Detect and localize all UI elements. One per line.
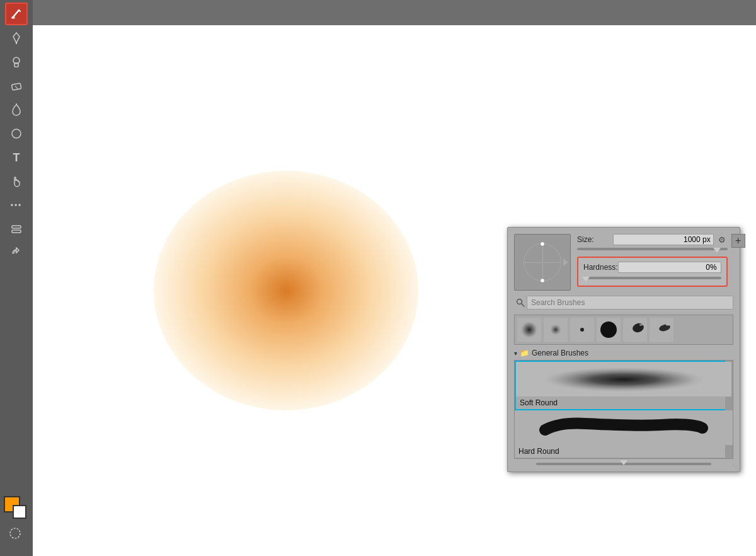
tool-more[interactable]: ••• xyxy=(5,194,28,217)
add-brush-button[interactable]: + xyxy=(731,234,745,248)
hardness-slider-track[interactable] xyxy=(583,277,721,279)
svg-text:✏: ✏ xyxy=(639,323,643,327)
preset-hard-large[interactable] xyxy=(597,318,621,342)
search-icon xyxy=(516,298,525,307)
soft-round-stroke-svg xyxy=(536,364,712,395)
svg-line-6 xyxy=(15,86,18,89)
svg-point-8 xyxy=(12,129,21,138)
brush-list-header: ▾ 📁 General Brushes xyxy=(514,349,733,357)
svg-rect-5 xyxy=(11,83,21,90)
brush-size-preview[interactable] xyxy=(514,234,571,291)
svg-rect-10 xyxy=(12,230,21,233)
tool-brush[interactable] xyxy=(5,3,28,25)
collapse-icon[interactable]: ▾ xyxy=(514,350,517,357)
color-swatches-area xyxy=(4,496,29,521)
tool-eyedropper[interactable] xyxy=(5,98,28,121)
top-toolbar xyxy=(0,0,756,25)
bottom-slider-track[interactable] xyxy=(536,463,711,465)
brush-stroke-preview xyxy=(154,171,418,410)
tool-selection[interactable] xyxy=(4,522,26,545)
search-brushes-input[interactable] xyxy=(527,296,733,310)
brush-controls: Size: ⚙ Hardness: xyxy=(577,234,728,287)
svg-text:✏: ✏ xyxy=(666,323,670,327)
tool-shape[interactable] xyxy=(5,122,28,145)
bottom-slider xyxy=(514,463,733,465)
canvas[interactable]: Size: ⚙ Hardness: xyxy=(33,25,756,556)
layers-icon xyxy=(10,223,23,236)
gear-icon: ⚙ xyxy=(718,235,726,245)
preset-textured-icon: ✏ xyxy=(652,320,671,339)
preset-hard-large-icon xyxy=(599,320,618,339)
svg-point-11 xyxy=(10,528,20,538)
brush-list: Soft Round Hard Round xyxy=(514,360,733,459)
dropper-icon xyxy=(11,103,21,116)
svg-point-22 xyxy=(542,367,706,392)
svg-rect-9 xyxy=(12,226,21,228)
hardness-input[interactable] xyxy=(618,262,721,273)
shape-icon xyxy=(11,128,22,139)
hardness-section: Hardness: xyxy=(577,257,728,287)
rotate-icon xyxy=(10,247,23,260)
svg-point-1 xyxy=(11,16,15,19)
gear-button[interactable]: ⚙ xyxy=(716,234,728,245)
svg-point-17 xyxy=(600,321,617,338)
hard-round-preview xyxy=(515,410,733,445)
preset-soft-large[interactable] xyxy=(517,318,541,342)
preset-textured[interactable]: ✏ xyxy=(650,318,673,342)
soft-round-preview xyxy=(516,362,731,397)
brush-icon xyxy=(10,8,23,20)
hand-icon xyxy=(10,175,23,188)
stamp-icon xyxy=(10,55,23,68)
preview-dot-top xyxy=(540,241,545,246)
svg-line-13 xyxy=(522,304,525,307)
pen-icon xyxy=(11,32,22,44)
preset-smear[interactable]: ✏ xyxy=(623,318,647,342)
tool-layers[interactable] xyxy=(5,218,28,241)
tool-eraser[interactable] xyxy=(5,74,28,97)
brush-item-soft-round[interactable]: Soft Round xyxy=(515,361,733,410)
soft-round-label: Soft Round xyxy=(516,397,731,409)
bottom-slider-thumb xyxy=(620,460,627,465)
resize-handle[interactable]: ⋱ xyxy=(732,463,738,470)
more-icon: ••• xyxy=(11,201,23,210)
search-icon-wrap xyxy=(514,296,527,309)
hardness-label: Hardness: xyxy=(583,263,618,272)
left-toolbar: T ••• xyxy=(0,0,33,556)
hardness-slider-thumb xyxy=(582,277,590,282)
tool-hand[interactable] xyxy=(5,170,28,193)
tool-pen[interactable] xyxy=(5,26,28,49)
svg-point-14 xyxy=(521,321,537,338)
preview-circle xyxy=(524,243,561,281)
preview-arrow xyxy=(563,258,568,266)
preview-dot-bottom xyxy=(540,278,545,283)
size-input[interactable] xyxy=(613,234,714,245)
size-label: Size: xyxy=(577,235,594,244)
tool-stamp[interactable] xyxy=(5,50,28,73)
svg-point-15 xyxy=(550,324,561,335)
search-section xyxy=(514,296,733,310)
tool-rotate[interactable] xyxy=(5,242,28,265)
preset-soft-medium[interactable] xyxy=(544,318,568,342)
brush-panel: Size: ⚙ Hardness: xyxy=(507,227,740,472)
size-slider-thumb xyxy=(713,248,721,253)
folder-icon: 📁 xyxy=(520,349,529,357)
background-color[interactable] xyxy=(13,505,26,519)
hard-round-label: Hard Round xyxy=(515,445,733,458)
preset-tiny-dot-icon xyxy=(573,320,592,339)
preset-soft-medium-icon xyxy=(546,320,565,339)
brush-item-hard-round[interactable]: Hard Round xyxy=(515,410,733,458)
hard-round-stroke-svg xyxy=(536,412,712,444)
svg-point-16 xyxy=(580,328,584,332)
size-slider-track[interactable] xyxy=(577,248,728,250)
brush-presets-row: ✏ ✏ xyxy=(514,315,733,345)
add-icon: + xyxy=(735,235,741,246)
selection-icon xyxy=(9,527,21,540)
preset-soft-large-icon xyxy=(520,320,539,339)
folder-label: General Brushes xyxy=(532,349,588,357)
text-icon: T xyxy=(13,151,20,165)
tool-text[interactable]: T xyxy=(5,146,28,169)
preset-tiny-dot[interactable] xyxy=(570,318,594,342)
preset-smear-icon: ✏ xyxy=(626,320,644,339)
eraser-icon xyxy=(10,80,23,91)
